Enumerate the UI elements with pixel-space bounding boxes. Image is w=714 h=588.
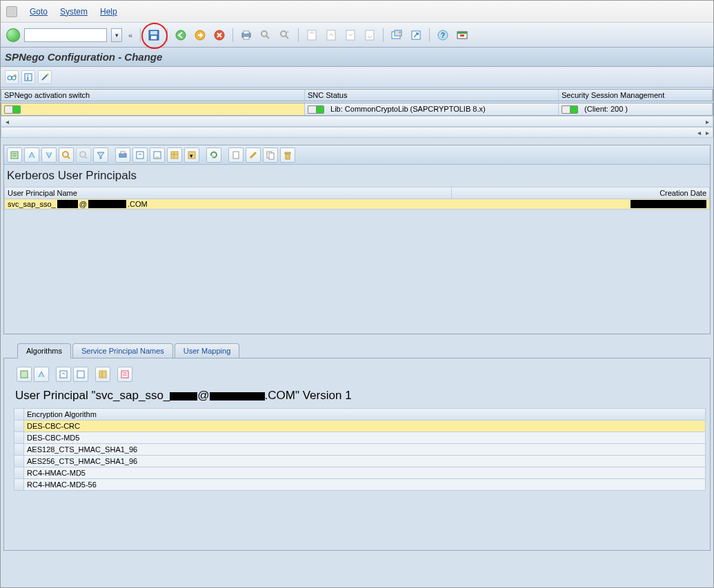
enter-icon[interactable] (6, 28, 20, 42)
algorithm-row[interactable]: RC4-HMAC-MD5 (14, 467, 706, 479)
create-button[interactable] (228, 148, 244, 163)
svg-line-51 (250, 152, 256, 158)
new-session-button[interactable]: ✶ (389, 28, 404, 43)
change-button[interactable] (246, 148, 261, 163)
algo-export-menu-button[interactable] (73, 367, 88, 382)
exit-button[interactable] (192, 28, 208, 43)
wizard-button[interactable]: ✦ (38, 70, 52, 84)
layout-button[interactable] (455, 28, 470, 43)
print-icon (241, 30, 252, 41)
refresh-button[interactable] (206, 148, 221, 163)
horizontal-scrollbar-top[interactable]: ◂ ▸ (1, 116, 713, 127)
row-selector[interactable] (14, 467, 24, 478)
horizontal-scrollbar-bottom[interactable]: ◂ ▸ (1, 127, 713, 138)
cancel-button[interactable] (212, 28, 227, 43)
svg-rect-8 (244, 37, 249, 39)
algo-sort-button[interactable] (34, 367, 49, 382)
svg-rect-26 (460, 34, 464, 37)
row-selector[interactable] (14, 444, 24, 455)
info-icon: i (23, 72, 33, 82)
svg-rect-0 (149, 30, 159, 40)
row-selector[interactable] (14, 432, 24, 443)
algo-info-button[interactable] (117, 367, 132, 382)
svg-line-12 (286, 36, 288, 39)
col-encryption-algorithm-header[interactable]: Encryption Algorithm (24, 409, 705, 420)
help-button[interactable]: ? (435, 28, 450, 43)
tab-user-mapping[interactable]: User Mapping (175, 343, 239, 358)
find-grid-button[interactable] (59, 148, 74, 163)
back-button[interactable] (173, 28, 188, 43)
scroll-left-icon[interactable]: ◂ (3, 118, 11, 125)
algorithm-row[interactable]: RC4-HMAC-MD5-56 (14, 479, 706, 491)
algorithm-row[interactable]: AES128_CTS_HMAC_SHA1_96 (14, 444, 706, 456)
algorithm-row[interactable]: DES-CBC-MD5 (14, 432, 706, 444)
algorithm-row[interactable]: DES-CBC-CRC (14, 420, 706, 432)
chevron-left-icon[interactable]: « (126, 31, 135, 39)
help-icon: ? (437, 30, 448, 41)
last-page-button[interactable] (362, 28, 377, 43)
menu-help[interactable]: Help (100, 7, 117, 17)
col-upn-header[interactable]: User Principal Name (5, 187, 452, 199)
export-button[interactable] (132, 148, 148, 163)
info-button[interactable]: i (21, 70, 35, 84)
sort-desc-button[interactable] (41, 148, 57, 163)
delete-button[interactable] (280, 148, 295, 163)
print-button[interactable] (239, 28, 254, 43)
sap-gui-window: Goto System Help « + ✶ ? SPNego Configur (0, 0, 714, 588)
svg-point-11 (281, 31, 286, 37)
tab-algorithms[interactable]: Algorithms (17, 343, 71, 358)
tab-service-principal-names[interactable]: Service Principal Names (72, 343, 173, 358)
algorithm-row[interactable]: AES256_CTS_HMAC_SHA1_96 (14, 456, 706, 467)
copy-button[interactable] (263, 148, 278, 163)
row-selector[interactable] (14, 456, 24, 467)
algo-layout-button[interactable] (95, 367, 110, 382)
scroll-right-icon-2[interactable]: ▸ (703, 129, 711, 136)
svg-rect-56 (21, 371, 28, 378)
svg-rect-2 (151, 36, 157, 39)
spnego-switch-value (1, 103, 305, 115)
menu-system[interactable]: System (60, 7, 88, 17)
algo-export-button[interactable] (56, 367, 71, 382)
status-table: SPNego activation switch SNC Status Secu… (1, 88, 713, 116)
command-field[interactable] (24, 28, 107, 42)
select-layout-button[interactable]: ▾ (184, 148, 199, 163)
export-menu-button[interactable] (150, 148, 165, 163)
svg-line-10 (266, 36, 269, 39)
print-grid-button[interactable] (115, 148, 130, 163)
find-button[interactable] (258, 28, 273, 43)
system-menu-icon[interactable] (6, 6, 17, 17)
prev-page-button[interactable] (324, 28, 339, 43)
row-selector[interactable] (14, 420, 24, 432)
next-page-button[interactable] (343, 28, 358, 43)
save-button[interactable] (146, 28, 161, 43)
algorithms-toolbar (17, 367, 706, 382)
layout-icon (457, 30, 468, 41)
svg-rect-58 (77, 371, 84, 378)
find-next-grid-button[interactable] (76, 148, 91, 163)
principals-panel: ▾ Kerberos User Principals User Principa… (3, 145, 711, 334)
sort-asc-button[interactable] (24, 148, 39, 163)
details-button[interactable] (7, 148, 22, 163)
select-all-button[interactable] (14, 409, 24, 420)
col-creation-date-header[interactable]: Creation Date (452, 187, 709, 199)
algo-details-button[interactable] (17, 367, 32, 382)
principal-row[interactable]: svc_sap_sso_@.COM (4, 199, 710, 210)
svg-rect-17 (366, 30, 374, 40)
generate-shortcut-button[interactable] (408, 28, 424, 43)
layout-menu-button[interactable] (167, 148, 182, 163)
find-next-button[interactable]: + (277, 28, 292, 43)
svg-rect-34 (11, 152, 18, 159)
display-change-button[interactable] (5, 70, 19, 84)
row-selector[interactable] (14, 479, 24, 490)
scroll-left-icon-2[interactable]: ◂ (695, 129, 703, 136)
filter-button[interactable] (93, 148, 108, 163)
svg-point-37 (63, 152, 68, 157)
svg-rect-15 (327, 30, 335, 40)
scroll-right-icon[interactable]: ▸ (703, 118, 711, 125)
new-session-icon: ✶ (391, 30, 402, 41)
command-field-dropdown[interactable] (111, 28, 122, 42)
svg-text:✦: ✦ (46, 72, 50, 78)
menu-goto[interactable]: Goto (30, 7, 48, 17)
first-page-button[interactable] (304, 28, 319, 43)
principals-title: Kerberos User Principals (4, 165, 710, 187)
